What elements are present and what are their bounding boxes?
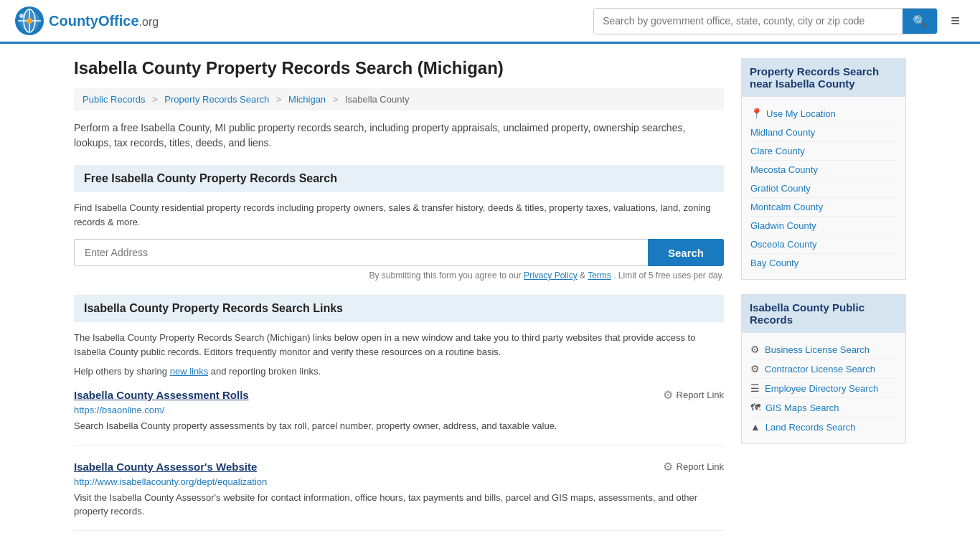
link-card-1: Isabella County Assessor's Website ⚙ Rep… bbox=[74, 460, 724, 531]
link-desc-0: Search Isabella County property assessme… bbox=[74, 419, 724, 433]
sidebar-nearby-body: 📍 Use My Location Midland County Clare C… bbox=[741, 97, 906, 280]
site-header: CountyOffice.org 🔍 ≡ bbox=[0, 0, 980, 44]
use-my-location-link[interactable]: 📍 Use My Location bbox=[750, 104, 897, 123]
nearby-link-5[interactable]: Gladwin County bbox=[750, 217, 897, 235]
public-link-3[interactable]: 🗺 GIS Maps Search bbox=[750, 398, 897, 418]
section1-header: Free Isabella County Property Records Se… bbox=[74, 165, 724, 192]
search-button[interactable]: Search bbox=[648, 239, 724, 266]
nearby-links: Midland County Clare County Mecosta Coun… bbox=[750, 123, 897, 272]
logo-org: .org bbox=[139, 16, 159, 28]
share-text-1: Help others by sharing bbox=[74, 366, 167, 377]
report-icon-1: ⚙ bbox=[663, 460, 673, 474]
new-links-link[interactable]: new links bbox=[170, 366, 208, 377]
logo-county: County bbox=[49, 13, 98, 29]
link-desc-1: Visit the Isabella County Assessor's web… bbox=[74, 491, 724, 519]
header-search: 🔍 bbox=[593, 8, 938, 34]
page-container: Isabella County Property Records Search … bbox=[60, 44, 920, 551]
nearby-link-7[interactable]: Bay County bbox=[750, 254, 897, 272]
sidebar: Property Records Search near Isabella Co… bbox=[741, 58, 906, 545]
svg-point-6 bbox=[19, 14, 24, 18]
breadcrumb-michigan[interactable]: Michigan bbox=[288, 94, 326, 105]
breadcrumb-public-records[interactable]: Public Records bbox=[83, 94, 145, 105]
logo-office: Office bbox=[98, 13, 139, 29]
link-card-header-1: Isabella County Assessor's Website ⚙ Rep… bbox=[74, 460, 724, 474]
public-link-label-3: GIS Maps Search bbox=[765, 402, 839, 413]
link-title-1[interactable]: Isabella County Assessor's Website bbox=[74, 461, 257, 473]
header-controls: 🔍 ≡ bbox=[593, 8, 966, 34]
use-location-label: Use My Location bbox=[766, 108, 836, 119]
public-link-icon-4: ▲ bbox=[750, 421, 760, 433]
sidebar-public-records-header: Isabella County Public Records bbox=[741, 294, 906, 333]
nearby-link-2[interactable]: Mecosta County bbox=[750, 161, 897, 179]
hamburger-menu-button[interactable]: ≡ bbox=[945, 9, 966, 33]
header-search-button[interactable]: 🔍 bbox=[903, 9, 937, 34]
nearby-link-3[interactable]: Gratiot County bbox=[750, 179, 897, 198]
svg-point-5 bbox=[27, 18, 32, 24]
link-cards: Isabella County Assessment Rolls ⚙ Repor… bbox=[74, 388, 724, 531]
nearby-link-6[interactable]: Osceola County bbox=[750, 235, 897, 254]
report-link-btn-1[interactable]: ⚙ Report Link bbox=[663, 460, 724, 474]
breadcrumb-sep-1: > bbox=[152, 94, 158, 105]
breadcrumb-sep-2: > bbox=[276, 94, 282, 105]
logo-icon bbox=[14, 6, 44, 36]
public-link-icon-2: ☰ bbox=[750, 382, 760, 394]
sidebar-public-records-section: Isabella County Public Records ⚙ Busines… bbox=[741, 294, 906, 444]
public-link-icon-3: 🗺 bbox=[750, 402, 760, 413]
main-content: Isabella County Property Records Search … bbox=[74, 58, 724, 545]
nearby-link-1[interactable]: Clare County bbox=[750, 142, 897, 161]
nearby-link-0[interactable]: Midland County bbox=[750, 123, 897, 142]
sidebar-nearby-section: Property Records Search near Isabella Co… bbox=[741, 58, 906, 280]
sidebar-nearby-header: Property Records Search near Isabella Co… bbox=[741, 58, 906, 97]
share-text: Help others by sharing new links and rep… bbox=[74, 366, 724, 377]
privacy-policy-link[interactable]: Privacy Policy bbox=[524, 270, 578, 281]
location-pin-icon: 📍 bbox=[750, 108, 763, 119]
disclaimer-limit: . Limit of 5 free uses per day. bbox=[613, 270, 724, 281]
report-label-0: Report Link bbox=[677, 390, 724, 400]
terms-link[interactable]: Terms bbox=[588, 270, 611, 281]
breadcrumb: Public Records > Property Records Search… bbox=[74, 88, 724, 110]
nearby-link-4[interactable]: Montcalm County bbox=[750, 198, 897, 217]
links-description: The Isabella County Property Records Sea… bbox=[74, 331, 724, 359]
public-link-label-2: Employee Directory Search bbox=[765, 383, 878, 394]
header-search-input[interactable] bbox=[594, 9, 903, 34]
public-link-1[interactable]: ⚙ Contractor License Search bbox=[750, 359, 897, 379]
breadcrumb-property-records[interactable]: Property Records Search bbox=[164, 94, 269, 105]
disclaimer-text: By submitting this form you agree to our bbox=[369, 270, 522, 281]
public-links: ⚙ Business License Search ⚙ Contractor L… bbox=[750, 340, 897, 436]
property-search-box: Find Isabella County residential propert… bbox=[74, 201, 724, 281]
search-description: Find Isabella County residential propert… bbox=[74, 201, 724, 229]
logo: CountyOffice.org bbox=[14, 6, 159, 36]
public-link-2[interactable]: ☰ Employee Directory Search bbox=[750, 379, 897, 398]
public-link-label-4: Land Records Search bbox=[765, 422, 856, 433]
link-card-0: Isabella County Assessment Rolls ⚙ Repor… bbox=[74, 388, 724, 446]
public-link-label-1: Contractor License Search bbox=[765, 364, 875, 375]
public-link-4[interactable]: ▲ Land Records Search bbox=[750, 418, 897, 436]
address-search-row: Search bbox=[74, 239, 724, 266]
report-link-btn-0[interactable]: ⚙ Report Link bbox=[663, 388, 724, 402]
breadcrumb-sep-3: > bbox=[333, 94, 339, 105]
public-link-label-0: Business License Search bbox=[765, 344, 870, 355]
breadcrumb-current: Isabella County bbox=[345, 94, 410, 105]
link-url-1: http://www.isabellacounty.org/dept/equal… bbox=[74, 476, 724, 487]
address-input[interactable] bbox=[74, 239, 648, 266]
link-title-0[interactable]: Isabella County Assessment Rolls bbox=[74, 389, 249, 401]
section2-header: Isabella County Property Records Search … bbox=[74, 295, 724, 322]
disclaimer-amp: & bbox=[580, 270, 588, 281]
report-icon-0: ⚙ bbox=[663, 388, 673, 402]
sidebar-public-records-body: ⚙ Business License Search ⚙ Contractor L… bbox=[741, 333, 906, 444]
link-url-0: https://bsaonline.com/ bbox=[74, 405, 724, 415]
public-link-0[interactable]: ⚙ Business License Search bbox=[750, 340, 897, 359]
public-link-icon-1: ⚙ bbox=[750, 363, 760, 375]
links-section: Isabella County Property Records Search … bbox=[74, 295, 724, 531]
logo-wordmark: CountyOffice.org bbox=[49, 13, 159, 29]
form-disclaimer: By submitting this form you agree to our… bbox=[74, 270, 724, 281]
public-link-icon-0: ⚙ bbox=[750, 344, 760, 355]
page-title: Isabella County Property Records Search … bbox=[74, 58, 724, 78]
report-label-1: Report Link bbox=[677, 461, 724, 472]
link-card-header-0: Isabella County Assessment Rolls ⚙ Repor… bbox=[74, 388, 724, 402]
share-text-2: and reporting broken links. bbox=[211, 366, 321, 377]
page-description: Perform a free Isabella County, MI publi… bbox=[74, 121, 724, 151]
